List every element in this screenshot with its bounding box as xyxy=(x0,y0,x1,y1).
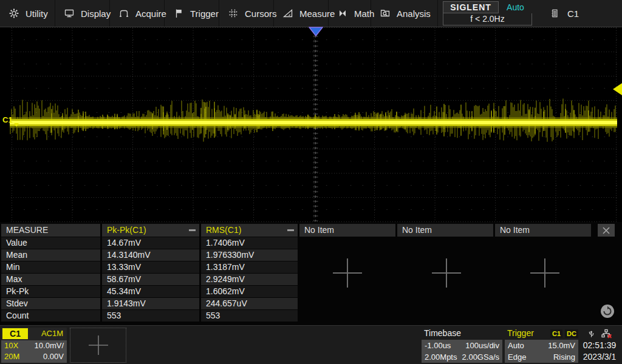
refresh-icon xyxy=(600,304,615,318)
waveform-display-area[interactable]: C1 xyxy=(0,27,622,222)
trigger-title: Trigger xyxy=(507,328,534,339)
trigger-slope: Rising xyxy=(553,351,575,363)
volts-per-div: 10.0mV/ xyxy=(35,340,64,351)
waveform-canvas xyxy=(0,27,622,222)
measure-col-empty-2[interactable]: No Item xyxy=(397,224,493,237)
measure-row-pkpk: Pk-Pk 45.34mV 1.6062mV xyxy=(1,286,298,297)
oscilloscope-screen: Utility Display Acquire Trigger xyxy=(0,0,622,364)
stat-value: 1.9143mV xyxy=(102,298,199,309)
acquisition-status-block: SIGLENT Auto f < 2.0Hz xyxy=(443,1,532,25)
channel-settings: 10X 10.0mV/ 20M 0.00V xyxy=(1,340,67,363)
stat-value: 1.7406mV xyxy=(201,237,298,249)
probe-attenuation: 10X xyxy=(4,340,18,351)
menu-measure[interactable]: Measure xyxy=(274,0,329,27)
measure-col-empty-1[interactable]: No Item xyxy=(299,224,395,237)
menu-trigger[interactable]: Trigger xyxy=(165,0,219,27)
measure-col-pkpk[interactable]: Pk-Pk(C1) xyxy=(102,224,199,237)
stat-label: Max xyxy=(1,274,100,285)
channel-offset-label: C1 xyxy=(2,115,13,124)
channel-offset-marker[interactable]: C1 xyxy=(2,115,19,124)
stat-value: 1.976330mV xyxy=(201,249,298,261)
menu-cursors[interactable]: Cursors xyxy=(219,0,274,27)
stat-value: 2.9249mV xyxy=(201,274,298,285)
trigger-source-badge: C1 xyxy=(550,329,562,338)
menu-analysis-label: Analysis xyxy=(397,8,431,19)
close-icon xyxy=(602,226,610,235)
plus-icon xyxy=(86,333,111,357)
add-channel-box[interactable] xyxy=(70,328,126,363)
display-icon xyxy=(64,8,75,19)
trigger-level-value: 15.0mV xyxy=(548,340,575,351)
plus-icon xyxy=(528,256,562,290)
menu-analysis[interactable]: Analysis xyxy=(371,0,438,27)
stat-value: 1.6062mV xyxy=(201,286,298,297)
menu-acquire-label: Acquire xyxy=(135,8,166,19)
add-measurement-placeholder[interactable] xyxy=(528,256,562,292)
top-menu-bar: Utility Display Acquire Trigger xyxy=(0,0,622,27)
acquire-icon xyxy=(118,8,129,19)
system-time: 02:51:39 xyxy=(579,340,620,351)
measure-row-max: Max 58.67mV 2.9249mV xyxy=(1,274,298,285)
menu-display[interactable]: Display xyxy=(55,0,110,27)
stat-value: 14.3140mV xyxy=(102,249,199,261)
add-measurement-placeholder[interactable] xyxy=(429,256,463,292)
channel-descriptor-box[interactable]: C1 AC1M 10X 10.0mV/ 20M 0.00V xyxy=(1,328,67,363)
measure-icon xyxy=(282,8,293,19)
trigger-position-marker[interactable] xyxy=(309,27,323,39)
measure-row-mean: Mean 14.3140mV 1.976330mV xyxy=(1,249,298,261)
trigger-panel[interactable]: Trigger C1 DC Auto 15.0mV Edge Rising xyxy=(505,328,578,363)
trigger-mode: Auto xyxy=(508,340,524,351)
math-icon xyxy=(337,8,348,19)
timebase-delay: -1.00us xyxy=(425,340,451,351)
stat-label: Stdev xyxy=(1,298,100,309)
stat-label: Min xyxy=(1,261,100,273)
plus-icon xyxy=(330,256,364,290)
channel-name-badge[interactable]: C1 xyxy=(2,328,28,339)
menu-cursors-label: Cursors xyxy=(245,8,277,19)
menu-utility[interactable]: Utility xyxy=(0,0,55,27)
remove-measure-icon[interactable] xyxy=(189,229,196,231)
sample-rate: 2.00GSa/s xyxy=(462,351,499,363)
cursors-icon xyxy=(228,8,239,19)
plus-icon xyxy=(429,256,463,290)
timebase-panel[interactable]: Timebase -1.00us 100us/div 2.00Mpts 2.00… xyxy=(422,328,502,363)
stat-value: 14.67mV xyxy=(102,237,199,249)
stat-value: 58.67mV xyxy=(102,274,199,285)
remove-measure-icon[interactable] xyxy=(287,229,294,231)
stat-label: Pk-Pk xyxy=(1,286,100,297)
measure-row-count: Count 553 553 xyxy=(1,310,298,322)
system-date: 2023/3/1 xyxy=(579,351,620,363)
timebase-title: Timebase xyxy=(422,328,502,339)
menu-acquire[interactable]: Acquire xyxy=(110,0,165,27)
memory-depth: 2.00Mpts xyxy=(425,351,457,363)
measure-row-stdev: Stdev 1.9143mV 244.657uV xyxy=(1,298,298,309)
channel-menu-label: C1 xyxy=(567,8,579,19)
trigger-level-marker[interactable] xyxy=(612,83,622,98)
trigger-flag-icon xyxy=(173,8,184,19)
add-measurement-placeholder[interactable] xyxy=(330,256,364,292)
channel-menu-button[interactable]: C1 xyxy=(550,0,579,27)
measure-row-value: Value 14.67mV 1.7406mV xyxy=(1,237,298,249)
bottom-status-bar: C1 AC1M 10X 10.0mV/ 20M 0.00V Timebase xyxy=(0,325,622,364)
stat-value: 45.34mV xyxy=(102,286,199,297)
measure-col-rms[interactable]: RMS(C1) xyxy=(201,224,298,237)
statistics-reset-button[interactable] xyxy=(600,304,615,321)
stat-value: 553 xyxy=(201,310,298,322)
measure-col-empty-3[interactable]: No Item xyxy=(495,224,591,237)
menu-display-label: Display xyxy=(81,8,111,19)
clock-status-area: 02:51:39 2023/3/1 xyxy=(579,327,620,363)
stat-value: 13.33mV xyxy=(102,261,199,273)
measure-close-button[interactable] xyxy=(598,224,615,237)
menu-math[interactable]: Math xyxy=(329,0,371,27)
stat-value: 553 xyxy=(102,310,199,322)
trigger-coupling-badge: DC xyxy=(565,329,578,338)
measure-row-min: Min 13.33mV 1.3187mV xyxy=(1,261,298,273)
stat-label: Count xyxy=(1,310,100,322)
channel-coupling: AC1M xyxy=(41,328,63,339)
menu-trigger-label: Trigger xyxy=(190,8,219,19)
lan-disconnected-icon xyxy=(601,328,612,339)
acquisition-mode-indicator: Auto xyxy=(499,1,532,13)
offset-arrow-icon xyxy=(14,123,19,127)
measure-title: MEASURE xyxy=(1,224,100,237)
trigger-type: Edge xyxy=(508,351,526,363)
